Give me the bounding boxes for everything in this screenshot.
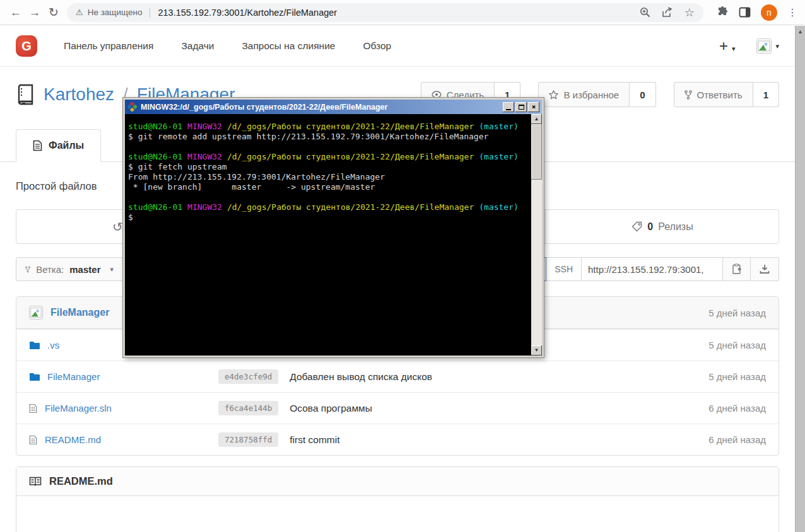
close-button[interactable]: × <box>528 102 539 112</box>
chevron-down-icon: ▾ <box>775 42 779 50</box>
file-icon <box>29 403 37 413</box>
commit-date: 5 дней назад <box>671 308 779 318</box>
branch-icon <box>25 265 30 274</box>
star-group: В избранное 0 <box>538 82 655 107</box>
commit-date: 6 дней назад <box>671 434 779 445</box>
repo-owner-link[interactable]: Kartohez <box>44 84 114 105</box>
file-link[interactable]: FileManager <box>47 371 100 382</box>
terminal-title: MINGW32:/d/_gogs/Работы студентов/2021-2… <box>141 103 502 112</box>
commit-hash[interactable]: e4de3cfe9d <box>218 369 278 384</box>
star-count[interactable]: 0 <box>630 82 655 107</box>
browser-toolbar: ← → ↻ ⚠ Не защищено 213.155.192.79:3001/… <box>0 0 805 25</box>
tab-files[interactable]: Файлы <box>16 129 101 162</box>
commit-message[interactable]: Осова программы <box>290 403 671 414</box>
clipboard-copy-icon <box>731 263 743 275</box>
folder-icon <box>29 341 40 350</box>
address-url: 213.155.192.79:3001/Kartohez/FileManager <box>158 8 337 18</box>
star-button[interactable]: В избранное <box>538 82 630 107</box>
nav-explore[interactable]: Обзор <box>363 40 391 52</box>
clone-tools <box>722 257 779 281</box>
committer-avatar-broken-image <box>29 306 43 320</box>
mintty-terminal-window[interactable]: MINGW32:/d/_gogs/Работы студентов/2021-2… <box>123 98 544 357</box>
commit-hash[interactable]: f6ca4e144b <box>218 401 278 415</box>
commit-date: 5 дней назад <box>671 371 779 382</box>
commit-message[interactable]: first commit <box>290 434 671 446</box>
file-icon <box>33 140 42 151</box>
gogs-navbar: G Панель управления Задачи Запросы на сл… <box>0 26 795 67</box>
user-menu-button[interactable]: ▾ <box>756 38 779 54</box>
table-row: README.md 7218758ffd first commit 6 дней… <box>16 424 779 455</box>
user-avatar-broken-image <box>756 38 772 54</box>
gogs-nav-right: +▾ ▾ <box>719 37 779 55</box>
screen: ← → ↻ ⚠ Не защищено 213.155.192.79:3001/… <box>0 0 805 532</box>
commits-history-icon[interactable]: ↺ <box>112 219 123 234</box>
page-scrollbar[interactable]: ▲ <box>795 26 805 532</box>
download-archive-button[interactable] <box>751 257 779 281</box>
bookmark-star-icon[interactable]: ☆ <box>685 6 695 20</box>
profile-avatar[interactable]: n <box>761 4 777 21</box>
refresh-icon[interactable]: ↻ <box>44 3 63 22</box>
scrollbar-thumb[interactable] <box>531 124 542 180</box>
extensions-puzzle-icon[interactable] <box>716 6 729 19</box>
file-icon <box>29 435 37 445</box>
file-link[interactable]: README.md <box>45 434 101 445</box>
maximize-button[interactable] <box>515 102 527 112</box>
scroll-up-icon[interactable]: ▲ <box>531 114 542 124</box>
forward-icon[interactable]: → <box>25 3 44 22</box>
readme-header: README.md <box>16 467 779 496</box>
commit-date: 5 дней назад <box>671 340 779 350</box>
share-icon[interactable] <box>662 7 673 18</box>
fork-icon <box>685 90 692 100</box>
scroll-down-icon[interactable]: ▼ <box>531 345 542 356</box>
open-book-icon <box>29 477 42 487</box>
gogs-logo[interactable]: G <box>16 35 37 57</box>
fork-group: Ответвить 1 <box>674 82 779 107</box>
commit-date: 6 дней назад <box>671 403 779 413</box>
minimize-button[interactable] <box>503 102 514 112</box>
fork-count[interactable]: 1 <box>753 82 779 107</box>
mingw-icon <box>127 102 137 112</box>
browser-controls: n ⋮ <box>711 4 799 21</box>
clone-url-input[interactable] <box>582 257 726 281</box>
readme-panel: README.md <box>16 466 779 532</box>
table-row: FileManager e4de3cfe9d Добавлен вывод сп… <box>16 361 779 392</box>
back-icon[interactable]: ← <box>6 3 25 22</box>
committer-name-link[interactable]: FileManager <box>50 307 109 318</box>
file-link[interactable]: FileManager.sln <box>45 403 112 413</box>
scrollbar-up-icon[interactable]: ▲ <box>796 26 805 35</box>
commit-hash[interactable]: 7218758ffd <box>218 432 278 447</box>
star-icon <box>549 90 558 100</box>
readme-title: README.md <box>49 475 113 487</box>
not-secure-label: Не защищено <box>88 8 143 17</box>
terminal-scrollbar[interactable]: ▲ ▼ <box>531 114 542 356</box>
nav-issues[interactable]: Задачи <box>181 40 214 52</box>
browser-menu-icon[interactable]: ⋮ <box>787 11 796 14</box>
gogs-nav-items: Панель управления Задачи Запросы на слия… <box>64 40 391 52</box>
address-separator <box>150 8 150 18</box>
repo-book-icon <box>16 84 35 105</box>
chevron-down-icon: ▾ <box>732 45 736 52</box>
zoom-icon[interactable] <box>640 7 650 18</box>
fork-button[interactable]: Ответвить <box>674 82 753 107</box>
terminal-output: stud@N26-01MINGW32/d/_gogs/Работы студен… <box>128 122 528 223</box>
create-new-button[interactable]: +▾ <box>719 37 736 55</box>
table-row: FileManager.sln f6ca4e144b Осова програм… <box>16 392 779 424</box>
commit-message[interactable]: Добавлен вывод списка дисков <box>290 371 671 383</box>
nav-dashboard[interactable]: Панель управления <box>64 40 153 52</box>
terminal-body[interactable]: stud@N26-01MINGW32/d/_gogs/Работы студен… <box>125 114 542 356</box>
folder-icon <box>29 373 40 381</box>
download-icon <box>760 264 770 274</box>
copy-url-button[interactable] <box>722 257 751 281</box>
nav-pull-requests[interactable]: Запросы на слияние <box>242 40 335 52</box>
repo-description: Простой файлов <box>16 180 97 192</box>
address-bar[interactable]: ⚠ Не защищено 213.155.192.79:3001/Kartoh… <box>67 3 703 22</box>
tag-icon <box>632 221 642 232</box>
branch-selector[interactable]: Ветка: master ▾ <box>16 257 123 281</box>
file-link[interactable]: .vs <box>47 340 59 350</box>
releases-stat[interactable]: 0 Релизы <box>545 210 780 243</box>
not-secure-warning-icon: ⚠ <box>76 8 83 17</box>
chevron-down-icon: ▾ <box>110 265 114 274</box>
ssh-protocol-button[interactable]: SSH <box>546 257 582 281</box>
side-panel-icon[interactable] <box>739 6 751 18</box>
terminal-titlebar[interactable]: MINGW32:/d/_gogs/Работы студентов/2021-2… <box>125 100 542 114</box>
